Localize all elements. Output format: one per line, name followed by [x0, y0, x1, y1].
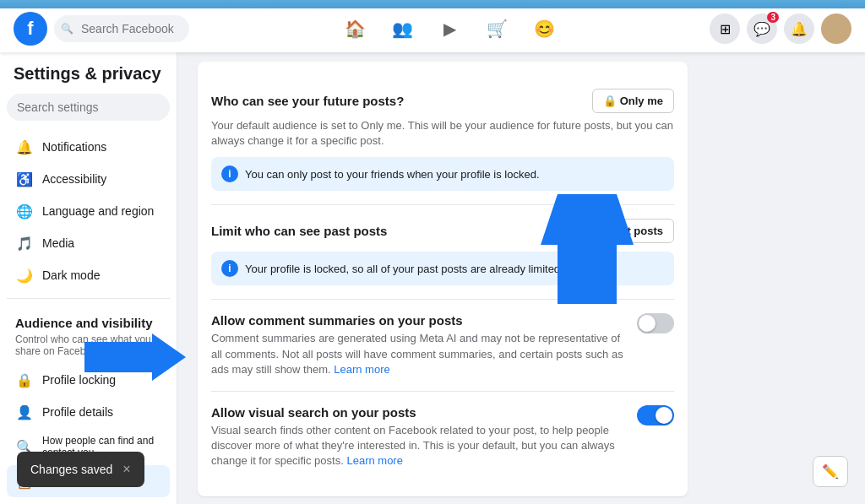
comment-summaries-desc: Comment summaries are generated using Me…: [211, 331, 623, 377]
posts-card: Who can see your future posts? 🔒 Only me…: [198, 62, 688, 496]
profile-lock-icon: 🔒: [15, 371, 34, 389]
future-posts-title: Who can see your future posts?: [211, 94, 404, 108]
visual-search-toggle[interactable]: [637, 405, 674, 425]
accessibility-icon: ♿: [15, 170, 34, 188]
toast-notification: Changes saved ×: [17, 452, 144, 487]
sidebar-divider: [7, 298, 170, 299]
only-me-button[interactable]: 🔒 Only me: [592, 89, 674, 113]
edit-button[interactable]: ✏️: [813, 456, 848, 487]
nav-friends-button[interactable]: 👥: [382, 8, 422, 49]
avatar-button[interactable]: [821, 14, 851, 44]
notifications-icon-button[interactable]: 🔔: [784, 14, 814, 44]
comment-toggle-thumb: [639, 315, 656, 332]
sidebar-title: Settings & privacy: [7, 61, 170, 94]
limit-past-section: Limit who can see past posts Limit past …: [211, 205, 674, 300]
visual-search-row: Allow visual search on your posts Visual…: [211, 405, 674, 469]
notifications-icon: 🔔: [15, 138, 34, 156]
search-wrapper: [54, 15, 189, 42]
sidebar-item-stories[interactable]: ⊕ Stories: [7, 497, 170, 504]
future-posts-section: Who can see your future posts? 🔒 Only me…: [211, 75, 674, 205]
top-accent-bar: [0, 0, 865, 8]
apps-icon-button[interactable]: ⊞: [710, 14, 740, 44]
sidebar-item-notifications[interactable]: 🔔 Notifications: [7, 131, 170, 163]
edit-icon-area: ✏️: [813, 456, 848, 487]
nav-home-button[interactable]: 🏠: [335, 8, 375, 49]
future-posts-desc: Your default audience is set to Only me.…: [211, 118, 674, 149]
nav-profile-button[interactable]: 😊: [524, 8, 564, 49]
future-posts-info: i You can only post to your friends when…: [211, 157, 674, 191]
comment-summaries-content: Allow comment summaries on your posts Co…: [211, 313, 623, 377]
visual-search-learn-more-link[interactable]: Learn more: [346, 454, 402, 467]
language-icon: 🌐: [15, 202, 34, 220]
info-icon-future: i: [221, 165, 238, 182]
toast-close-button[interactable]: ×: [122, 462, 130, 477]
visual-toggle-track[interactable]: [637, 405, 674, 425]
visual-search-title: Allow visual search on your posts: [211, 405, 623, 420]
only-me-label: Only me: [620, 95, 663, 107]
sidebar: Settings & privacy 🔔 Notifications ♿ Acc…: [0, 47, 177, 504]
audience-section-title: Audience and visibility: [7, 306, 170, 333]
facebook-logo[interactable]: f: [14, 12, 47, 46]
main-layout: Settings & privacy 🔔 Notifications ♿ Acc…: [0, 10, 865, 504]
limit-past-title: Limit who can see past posts: [211, 224, 387, 238]
nav-marketplace-button[interactable]: 🛒: [476, 8, 517, 49]
topbar-left: f: [14, 12, 189, 46]
nav-watch-button[interactable]: ▶: [429, 8, 470, 49]
comment-toggle-track[interactable]: [637, 313, 674, 333]
content-area: Posts Who can see your future posts? 🔒 O…: [177, 10, 865, 504]
comment-summaries-row: Allow comment summaries on your posts Co…: [211, 313, 674, 377]
media-icon: 🎵: [15, 234, 34, 252]
comment-summaries-toggle[interactable]: [637, 313, 674, 333]
visual-toggle-thumb: [656, 407, 672, 424]
lock-icon: 🔒: [603, 95, 617, 107]
toast-message: Changes saved: [30, 463, 112, 476]
limit-past-posts-button[interactable]: Limit past posts: [568, 219, 674, 243]
sidebar-item-darkmode[interactable]: 🌙 Dark mode: [7, 259, 170, 291]
messenger-badge: 3: [767, 12, 779, 23]
messenger-icon-button[interactable]: 💬 3: [747, 14, 777, 44]
sidebar-item-profile-details[interactable]: 👤 Profile details: [7, 396, 170, 428]
comment-summaries-section: Allow comment summaries on your posts Co…: [211, 300, 674, 392]
comment-learn-more-link[interactable]: Learn more: [334, 363, 389, 376]
audience-section-desc: Control who can see what you share on Fa…: [7, 333, 170, 364]
sidebar-item-profile-locking[interactable]: 🔒 Profile locking: [7, 364, 170, 396]
visual-search-desc: Visual search finds other content on Fac…: [211, 423, 623, 469]
darkmode-icon: 🌙: [15, 266, 34, 285]
sidebar-item-accessibility[interactable]: ♿ Accessibility: [7, 163, 170, 195]
sidebar-item-media[interactable]: 🎵 Media: [7, 227, 170, 259]
sidebar-search-input[interactable]: [7, 94, 170, 121]
future-posts-header: Who can see your future posts? 🔒 Only me: [211, 89, 674, 113]
profile-details-icon: 👤: [15, 403, 34, 421]
comment-summaries-title: Allow comment summaries on your posts: [211, 313, 623, 328]
search-input[interactable]: [54, 15, 189, 42]
visual-search-section: Allow visual search on your posts Visual…: [211, 392, 674, 483]
limit-past-header: Limit who can see past posts Limit past …: [211, 219, 674, 243]
visual-search-content: Allow visual search on your posts Visual…: [211, 405, 623, 469]
limit-past-info: i Your profile is locked, so all of your…: [211, 252, 674, 285]
topbar: f 🏠 👥 ▶ 🛒 😊 ⊞ 💬 3 🔔: [0, 5, 865, 52]
sidebar-item-language[interactable]: 🌐 Language and region: [7, 195, 170, 227]
topbar-center: 🏠 👥 ▶ 🛒 😊: [189, 8, 710, 49]
info-icon-limit: i: [221, 260, 238, 277]
topbar-right: ⊞ 💬 3 🔔: [710, 14, 851, 44]
